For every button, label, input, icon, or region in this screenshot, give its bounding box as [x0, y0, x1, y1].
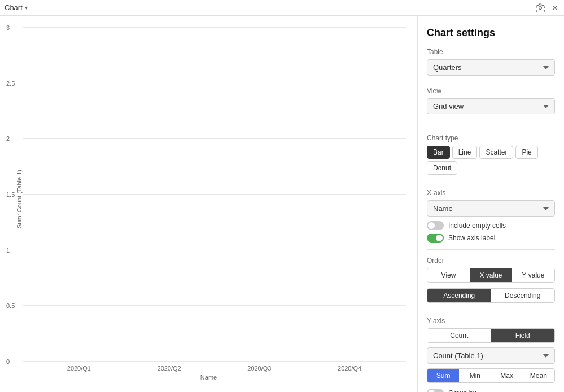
- view-label: View: [427, 87, 555, 95]
- include-empty-cells-label: Include empty cells: [448, 222, 506, 230]
- x-axis-dropdown[interactable]: Name: [427, 200, 555, 217]
- yaxis-btn-field[interactable]: Field: [491, 329, 555, 342]
- show-axis-label-toggle[interactable]: [427, 234, 444, 243]
- order-label: Order: [427, 257, 555, 265]
- chart-inner: 32.521.510.50: [23, 27, 406, 362]
- title-bar: Chart ▾ ✕: [0, 0, 564, 16]
- sort-btn-descending[interactable]: Descending: [491, 289, 555, 302]
- gear-button[interactable]: [535, 2, 546, 14]
- yaxis-toggle-row: CountField: [427, 328, 555, 343]
- y-axis-label: Sum: Count (Table 1): [11, 27, 23, 372]
- title-bar-right: ✕: [535, 2, 559, 14]
- svg-point-0: [539, 6, 542, 9]
- chart-type-btn-line[interactable]: Line: [452, 146, 478, 159]
- x-axis-title: Name: [11, 374, 406, 381]
- close-button[interactable]: ✕: [550, 2, 559, 14]
- yaxis-btn-count[interactable]: Count: [427, 329, 491, 342]
- main-content: Sum: Count (Table 1) 32.521.510.50 2020/…: [0, 16, 564, 392]
- x-axis-section-label: X-axis: [427, 189, 555, 197]
- y-tick-label: 0: [6, 358, 10, 365]
- y-tick-label: 1.5: [6, 191, 15, 198]
- y-tick-label: 2: [6, 135, 10, 142]
- y-axis-section-label: Y-axis: [427, 317, 555, 325]
- table-label: Table: [427, 48, 555, 56]
- sort-btn-ascending[interactable]: Ascending: [427, 289, 491, 302]
- chart-type-btn-bar[interactable]: Bar: [427, 146, 450, 159]
- x-axis-labels: 2020/Q12020/Q22020/Q32020/Q4: [23, 362, 406, 372]
- settings-title: Chart settings: [427, 27, 555, 39]
- chart-type-btn-pie[interactable]: Pie: [515, 146, 537, 159]
- x-tick-label: 2020/Q4: [304, 365, 395, 372]
- chart-type-btn-scatter[interactable]: Scatter: [479, 146, 513, 159]
- group-by-label: Group by...: [448, 389, 481, 392]
- title-chevron-icon[interactable]: ▾: [25, 5, 28, 11]
- gear-icon: [536, 3, 545, 12]
- group-by-toggle[interactable]: [427, 389, 444, 392]
- y-tick-label: 2.5: [6, 80, 15, 87]
- y-tick-label: 0.5: [6, 302, 15, 309]
- show-axis-label-label: Show axis label: [448, 234, 495, 242]
- chart-plot: 32.521.510.50 2020/Q12020/Q22020/Q32020/…: [23, 27, 406, 372]
- order-btn-x-value[interactable]: X value: [470, 268, 512, 282]
- chart-title: Chart: [5, 3, 23, 12]
- agg-btn-min[interactable]: Min: [459, 369, 491, 382]
- order-btn-view[interactable]: View: [427, 268, 470, 282]
- x-tick-label: 2020/Q2: [124, 365, 215, 372]
- agg-row: SumMinMaxMean: [427, 368, 555, 383]
- show-axis-label-row: Show axis label: [427, 234, 555, 243]
- y-tick-label: 3: [6, 24, 10, 31]
- chart-type-label: Chart type: [427, 134, 555, 142]
- bars-container: [23, 27, 406, 361]
- include-empty-cells-toggle[interactable]: [427, 221, 444, 230]
- x-tick-label: 2020/Q1: [34, 365, 124, 372]
- sort-row: AscendingDescending: [427, 288, 555, 303]
- settings-panel: Chart settings Table Quarters View Grid …: [417, 16, 564, 392]
- grid-line: 0: [23, 361, 406, 362]
- order-btn-y-value[interactable]: Y value: [512, 268, 554, 282]
- chart-type-row: BarLineScatterPieDonut: [427, 146, 555, 175]
- table-dropdown[interactable]: Quarters: [427, 59, 555, 76]
- view-dropdown[interactable]: Grid view: [427, 98, 555, 114]
- chart-container: Sum: Count (Table 1) 32.521.510.50 2020/…: [11, 27, 406, 372]
- y-tick-label: 1: [6, 247, 10, 254]
- chart-type-btn-donut[interactable]: Donut: [427, 161, 457, 175]
- agg-btn-mean[interactable]: Mean: [523, 369, 554, 382]
- chart-area: Sum: Count (Table 1) 32.521.510.50 2020/…: [0, 16, 417, 392]
- y-axis-field-dropdown[interactable]: Count (Table 1): [427, 347, 555, 364]
- agg-btn-sum[interactable]: Sum: [427, 369, 459, 382]
- agg-btn-max[interactable]: Max: [491, 369, 523, 382]
- close-icon: ✕: [552, 3, 558, 12]
- group-by-row: Group by...: [427, 389, 555, 392]
- order-btn-group: ViewX valueY value: [427, 268, 555, 283]
- title-bar-left: Chart ▾: [5, 3, 28, 12]
- x-tick-label: 2020/Q3: [215, 365, 305, 372]
- include-empty-cells-row: Include empty cells: [427, 221, 555, 230]
